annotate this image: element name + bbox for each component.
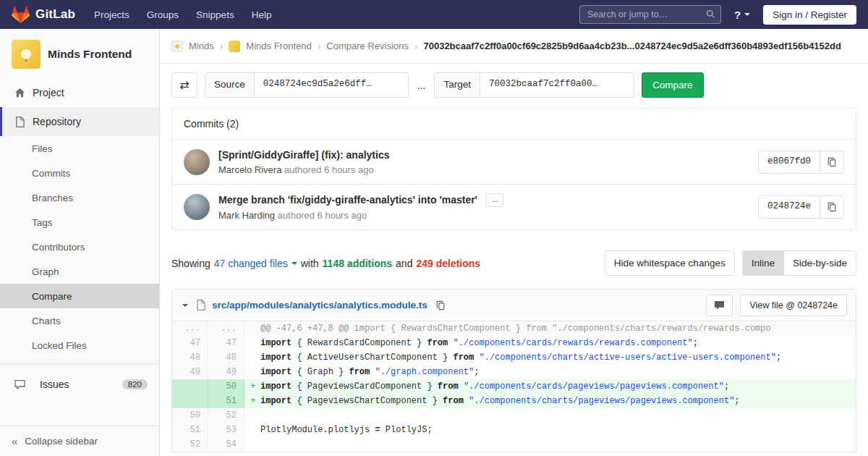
search-input[interactable] bbox=[579, 5, 721, 24]
diff-file-actions: View file @ 0248724e bbox=[706, 295, 847, 316]
copy-sha-button[interactable] bbox=[820, 196, 843, 218]
old-line-number[interactable] bbox=[172, 394, 208, 408]
sidebar-item-contributors[interactable]: Contributors bbox=[0, 235, 159, 259]
commit-author-link[interactable]: Marcelo Rivera bbox=[218, 164, 281, 175]
gitlab-home-link[interactable]: GitLab bbox=[12, 6, 75, 24]
target-ref-dropdown[interactable]: 70032bcaaf7c2ff0a00… bbox=[480, 73, 634, 97]
diff-code-line: PlotlyModule.plotlyjs = PlotlyJS; bbox=[244, 423, 856, 437]
old-line-number[interactable]: 48 bbox=[172, 350, 208, 365]
commit-sha-link[interactable]: e8067fd0 bbox=[759, 151, 820, 173]
nav-help[interactable]: Help bbox=[252, 2, 272, 28]
code-token: PlotlyJS; bbox=[380, 425, 433, 435]
old-line-number[interactable]: 51 bbox=[172, 423, 208, 437]
commit-sha-group: 0248724e bbox=[758, 195, 844, 219]
new-line-number[interactable]: 52 bbox=[208, 408, 244, 423]
sidebar-item-graph[interactable]: Graph bbox=[0, 259, 159, 284]
comment-icon bbox=[714, 300, 725, 311]
commit-author-link[interactable]: Mark Harding bbox=[218, 210, 275, 221]
hide-whitespace-button[interactable]: Hide whitespace changes bbox=[605, 250, 735, 276]
old-line-number[interactable]: 50 bbox=[172, 408, 208, 423]
old-line-number[interactable]: ... bbox=[172, 321, 208, 336]
diff-line: 4949import { Graph } from "./graph.compo… bbox=[172, 365, 856, 379]
sidebar-item-charts[interactable]: Charts bbox=[0, 308, 159, 333]
diff-code-line: +import { PageviewsCardComponent } from … bbox=[244, 379, 856, 394]
commit-title-link[interactable]: [Sprint/GiddyGiraffe] (fix): analytics bbox=[218, 149, 389, 161]
side-by-side-view-button[interactable]: Side-by-side bbox=[783, 251, 856, 275]
addition-sign: + bbox=[250, 394, 255, 408]
source-ref-group: Source 0248724ec9d5a2e6dff… bbox=[205, 72, 409, 98]
sidebar-item-project[interactable]: Project bbox=[0, 78, 159, 107]
breadcrumb-group-link[interactable]: Minds bbox=[189, 41, 214, 51]
new-line-number[interactable]: 49 bbox=[208, 365, 244, 379]
old-line-number[interactable] bbox=[172, 379, 208, 394]
sidebar-item-issues[interactable]: Issues 820 bbox=[0, 370, 159, 399]
old-line-number[interactable]: 49 bbox=[172, 365, 208, 379]
code-token: = bbox=[375, 425, 380, 435]
compare-form: ⇄ Source 0248724ec9d5a2e6dff… ... Target… bbox=[171, 72, 856, 98]
expand-commit-message-button[interactable]: ... bbox=[486, 193, 503, 207]
sidebar-project-header[interactable]: Minds Frontend bbox=[0, 29, 159, 78]
toggle-comments-button[interactable] bbox=[706, 295, 733, 316]
collapse-diff-button[interactable] bbox=[181, 303, 190, 308]
changed-files-label: 47 changed files bbox=[214, 258, 288, 269]
sidebar-item-locked-files[interactable]: Locked Files bbox=[0, 333, 159, 358]
code-token: "./components/cards/pageviews/pageviews.… bbox=[464, 381, 724, 392]
sidebar-item-branches[interactable]: Branches bbox=[0, 185, 159, 210]
top-navbar: GitLab Projects Groups Snippets Help ? S… bbox=[0, 0, 868, 29]
chevron-down-icon bbox=[182, 304, 188, 307]
sign-in-button[interactable]: Sign in / Register bbox=[763, 5, 856, 25]
project-title: Minds Frontend bbox=[48, 48, 132, 61]
code-token bbox=[459, 381, 464, 392]
diff-line: 5153PlotlyModule.plotlyjs = PlotlyJS; bbox=[172, 423, 856, 437]
with-label: with bbox=[301, 258, 319, 269]
diff-file-panel: src/app/modules/analytics/analytics.modu… bbox=[171, 289, 856, 452]
commit-info: [Sprint/GiddyGiraffe] (fix): analytics M… bbox=[218, 148, 749, 175]
double-chevron-left-icon: « bbox=[12, 436, 17, 447]
new-line-number[interactable]: 50 bbox=[208, 379, 244, 394]
old-line-number[interactable]: 52 bbox=[172, 437, 208, 452]
sidebar-item-label: Issues bbox=[40, 379, 69, 390]
diff-file-path-link[interactable]: src/app/modules/analytics/analytics.modu… bbox=[212, 300, 427, 311]
breadcrumb-separator: › bbox=[220, 41, 224, 52]
swap-revisions-button[interactable]: ⇄ bbox=[171, 72, 197, 98]
sidebar-divider bbox=[0, 363, 159, 364]
sidebar-item-tags[interactable]: Tags bbox=[0, 210, 159, 235]
collapse-sidebar-button[interactable]: « Collapse sidebar bbox=[0, 426, 159, 456]
diff-line: 5052 bbox=[172, 408, 856, 423]
nav-projects[interactable]: Projects bbox=[94, 2, 129, 28]
avatar[interactable] bbox=[184, 194, 210, 220]
new-line-number[interactable]: 48 bbox=[208, 350, 244, 365]
avatar[interactable] bbox=[184, 149, 210, 175]
commit-title-link[interactable]: Merge branch 'fix/giddy-giraffe-analytic… bbox=[218, 194, 477, 206]
sidebar-item-repository[interactable]: Repository bbox=[0, 107, 159, 136]
commits-panel-header: Commits (2) bbox=[172, 109, 856, 140]
new-line-number[interactable]: 47 bbox=[208, 336, 244, 350]
breadcrumb-project-link[interactable]: Minds Frontend bbox=[246, 41, 311, 51]
new-line-number[interactable]: 53 bbox=[208, 423, 244, 437]
diff-code-line: import { ActiveUsersChartComponent } fro… bbox=[244, 350, 856, 365]
diff-line: 50+import { PageviewsCardComponent } fro… bbox=[172, 379, 856, 394]
help-dropdown[interactable]: ? bbox=[734, 9, 750, 21]
new-line-number[interactable]: 54 bbox=[208, 437, 244, 452]
new-line-number[interactable]: ... bbox=[208, 321, 244, 336]
commit-row: Merge branch 'fix/giddy-giraffe-analytic… bbox=[172, 184, 856, 229]
new-line-number[interactable]: 51 bbox=[208, 394, 244, 408]
breadcrumb-separator: › bbox=[414, 41, 418, 52]
breadcrumb-compare-link[interactable]: Compare Revisions bbox=[326, 41, 408, 51]
commit-sha-link[interactable]: 0248724e bbox=[759, 196, 820, 218]
sidebar-item-compare[interactable]: Compare bbox=[0, 284, 159, 308]
source-ref-dropdown[interactable]: 0248724ec9d5a2e6dff… bbox=[255, 73, 408, 97]
copy-sha-button[interactable] bbox=[820, 151, 843, 173]
view-file-button[interactable]: View file @ 0248724e bbox=[740, 295, 847, 316]
nav-groups[interactable]: Groups bbox=[147, 2, 179, 28]
content-area: ⇄ Source 0248724ec9d5a2e6dff… ... Target… bbox=[160, 64, 868, 452]
sidebar-item-files[interactable]: Files bbox=[0, 136, 159, 161]
old-line-number[interactable]: 47 bbox=[172, 336, 208, 350]
nav-snippets[interactable]: Snippets bbox=[196, 2, 234, 28]
changed-files-dropdown[interactable]: 47 changed files bbox=[214, 258, 297, 269]
sidebar-item-commits[interactable]: Commits bbox=[0, 161, 159, 185]
sidebar: Minds Frontend Project Repository Files … bbox=[0, 29, 160, 456]
inline-view-button[interactable]: Inline bbox=[743, 251, 783, 275]
copy-file-path-button[interactable] bbox=[434, 299, 447, 312]
compare-button[interactable]: Compare bbox=[642, 72, 704, 98]
